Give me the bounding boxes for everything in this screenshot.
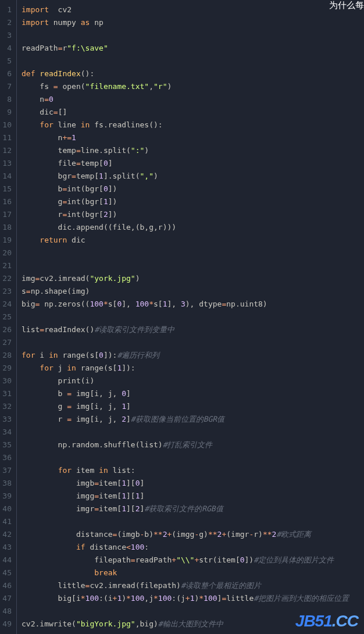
- token-id: ][: [126, 491, 135, 500]
- token-op: =: [67, 389, 72, 398]
- code-line[interactable]: print(i): [22, 375, 364, 387]
- code-line[interactable]: s=np.shape(img): [22, 285, 364, 298]
- code-line[interactable]: img=cv2.imread("york.jpg"): [22, 272, 364, 285]
- token-id: range(s[: [76, 364, 117, 372]
- code-line[interactable]: big= np.zeros((100*s[0], 100*s[1], 3), d…: [22, 298, 364, 311]
- code-line[interactable]: [22, 515, 364, 528]
- token-op: =: [26, 287, 31, 295]
- token-id: ],: [167, 300, 180, 308]
- code-line[interactable]: [22, 311, 364, 323]
- token-op: =: [76, 146, 81, 155]
- code-line[interactable]: dic=[]: [22, 106, 364, 119]
- code-editor[interactable]: 1234567891011121314151617181920212223242…: [0, 0, 364, 634]
- token-id: distance: [85, 543, 126, 551]
- code-line[interactable]: for line in fs.readlines():: [22, 119, 364, 131]
- code-line[interactable]: [22, 336, 364, 349]
- token-num: 100: [158, 594, 172, 603]
- token-id: readPath: [22, 44, 58, 52]
- token-kw: import: [22, 5, 49, 14]
- code-line[interactable]: readPath=r"f:\save": [22, 42, 364, 55]
- token-id: ): [135, 274, 140, 283]
- code-line[interactable]: bgr=temp[1].split(","): [22, 170, 364, 183]
- token-num: 0: [49, 95, 53, 104]
- line-number: 7: [2, 80, 12, 93]
- token-id: [22, 364, 40, 372]
- code-line[interactable]: distance=(imgb-b)**2+(imgg-g)**2+(imgr-r…: [22, 528, 364, 541]
- token-id: ]): [108, 210, 117, 219]
- code-line[interactable]: temp=line.split(":"): [22, 144, 364, 157]
- code-line[interactable]: n+=1: [22, 131, 364, 144]
- code-line[interactable]: imgb=item[1][0]: [22, 477, 364, 490]
- code-line[interactable]: imgr=item[1][2]#获取索引文件的RGB值: [22, 503, 364, 515]
- code-line[interactable]: file=temp[0]: [22, 157, 364, 170]
- code-line[interactable]: g = img[i, j, 1]: [22, 400, 364, 413]
- line-number: 22: [2, 272, 12, 285]
- token-id: (imgg: [172, 530, 194, 539]
- token-id: (imgb: [117, 530, 140, 539]
- code-line[interactable]: break: [22, 567, 364, 579]
- code-line[interactable]: big[i*100:(i+1)*100,j*100:(j+1)*100]=lit…: [22, 592, 364, 605]
- code-line[interactable]: n=0: [22, 93, 364, 106]
- token-id: numpy: [49, 18, 81, 27]
- code-line[interactable]: little=cv2.imread(filepath)#读取整个最相近的图片: [22, 579, 364, 592]
- token-kw: break: [94, 568, 117, 577]
- token-id: ]: [140, 491, 145, 500]
- token-num: 1: [135, 491, 140, 500]
- code-line[interactable]: b=int(bgr[0]): [22, 183, 364, 195]
- code-line[interactable]: r = img[i, j, 2]#获取图像当前位置的BGR值: [22, 413, 364, 426]
- line-number: 28: [2, 349, 12, 362]
- code-line[interactable]: np.random.shuffle(list)#打乱索引文件: [22, 439, 364, 451]
- code-line[interactable]: imgg=item[1][1]: [22, 490, 364, 503]
- code-line[interactable]: for j in range(s[1]):: [22, 362, 364, 375]
- token-id: imgr: [22, 504, 94, 513]
- token-id: ]): [245, 555, 254, 564]
- token-cm: #打乱索引文件: [163, 440, 213, 449]
- line-number: 36: [2, 451, 12, 464]
- code-line[interactable]: def readIndex():: [22, 67, 364, 80]
- line-number: 31: [2, 387, 12, 400]
- code-line[interactable]: [22, 259, 364, 272]
- token-id: r): [254, 530, 263, 539]
- token-str: "\\": [176, 555, 194, 564]
- code-line[interactable]: [22, 29, 364, 42]
- code-area[interactable]: import cv2import numpy as npreadPath=r"f…: [16, 0, 364, 634]
- code-line[interactable]: [22, 451, 364, 464]
- token-id: s[: [108, 300, 117, 308]
- code-line[interactable]: [22, 55, 364, 67]
- line-number: 2: [2, 16, 12, 29]
- token-id: list:: [108, 466, 135, 475]
- truncated-heading: 为什么每: [327, 0, 364, 11]
- line-number: 41: [2, 515, 12, 528]
- code-line[interactable]: g=int(bgr[1]): [22, 195, 364, 208]
- token-id: r: [22, 210, 62, 219]
- token-id: dic: [67, 236, 85, 244]
- token-kw: in: [99, 466, 108, 475]
- code-line[interactable]: b = img[i, j, 0]: [22, 387, 364, 400]
- code-line[interactable]: [22, 247, 364, 259]
- line-number: 11: [2, 131, 12, 144]
- code-line[interactable]: if distance<100:: [22, 541, 364, 554]
- code-line[interactable]: filepath=readPath+"\\"+str(item[0])#定位到具…: [22, 554, 364, 567]
- code-line[interactable]: list=readIndex()#读取索引文件到变量中: [22, 323, 364, 336]
- line-number: 20: [2, 247, 12, 259]
- code-line[interactable]: for i in range(s[0]):#遍历行和列: [22, 349, 364, 362]
- token-id: n: [22, 95, 44, 104]
- code-line[interactable]: import cv2: [22, 3, 364, 16]
- code-line[interactable]: r=int(bgr[2]): [22, 208, 364, 221]
- token-id: bgr: [22, 172, 72, 180]
- code-line[interactable]: import numpy as np: [22, 16, 364, 29]
- token-num: 1: [72, 133, 76, 142]
- token-kw: in: [81, 120, 90, 129]
- line-number: 35: [2, 439, 12, 451]
- code-line[interactable]: return dic: [22, 234, 364, 247]
- token-id: [22, 543, 76, 551]
- code-line[interactable]: [22, 426, 364, 439]
- line-number: 39: [2, 490, 12, 503]
- code-line[interactable]: dic.append((file,(b,g,r))): [22, 221, 364, 234]
- token-op: *: [81, 594, 85, 603]
- token-id: line: [53, 120, 81, 129]
- code-line[interactable]: for item in list:: [22, 464, 364, 477]
- token-id: ]: [126, 402, 131, 411]
- token-id: cv2.imread(: [40, 274, 90, 283]
- code-line[interactable]: fs = open("filename.txt","r"): [22, 80, 364, 93]
